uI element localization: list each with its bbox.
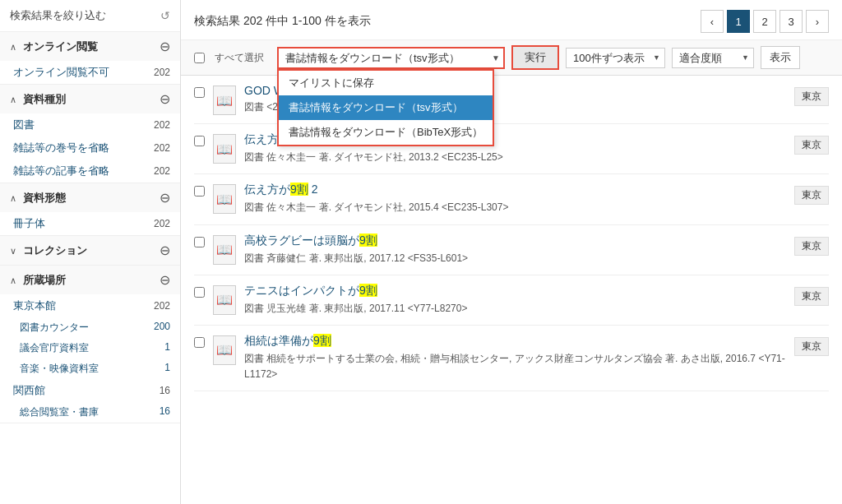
- menu-item-tsv[interactable]: 書誌情報をダウンロード（tsv形式）: [279, 95, 493, 120]
- item-label: オンライン閲覧不可: [13, 65, 109, 80]
- result-checkbox[interactable]: [194, 337, 205, 348]
- result-checkbox[interactable]: [194, 87, 205, 98]
- sidebar-item-music-room[interactable]: 音楽・映像資料室 1: [0, 358, 180, 379]
- sidebar-item-general-room[interactable]: 総合閲覧室・書庫 16: [0, 402, 180, 423]
- table-row: 📖 テニスはインパクトが9割 図書 児玉光雄 著. 東邦出版, 2017.11 …: [194, 275, 829, 326]
- sidebar-section-header-material[interactable]: ∧ 資料種別 ⊖: [0, 85, 180, 113]
- result-location: 東京: [794, 337, 829, 356]
- result-title-link[interactable]: 高校ラグビーは頭脳が9割: [244, 234, 377, 247]
- item-label: 雑誌等の巻号を省略: [13, 141, 109, 155]
- item-label: 総合閲覧室・書庫: [20, 405, 99, 419]
- result-location: 東京: [794, 87, 829, 106]
- item-label: 雑誌等の記事を省略: [13, 164, 109, 178]
- highlight-text: 9割: [290, 183, 308, 196]
- sort-select-wrapper: 適合度順: [672, 48, 754, 68]
- table-row: 📖 相続は準備が9割 図書 相続をサポートする士業の会, 相続・贈与相談センター…: [194, 326, 829, 391]
- item-label: 関西館: [13, 383, 45, 398]
- book-icon: 📖: [213, 235, 236, 265]
- page-next-button[interactable]: ›: [806, 10, 829, 33]
- book-icon: 📖: [213, 285, 236, 315]
- sidebar-item-gov-room[interactable]: 議会官庁資料室 1: [0, 338, 180, 358]
- action-select[interactable]: マイリストに保存 書誌情報をダウンロード（tsv形式） 書誌情報をダウンロード（…: [277, 47, 505, 69]
- sidebar-item-books[interactable]: 図書 202: [0, 113, 180, 136]
- result-title-link[interactable]: テニスはインパクトが9割: [244, 284, 377, 297]
- exec-button[interactable]: 実行: [511, 45, 559, 70]
- page-3-button[interactable]: 3: [780, 10, 803, 33]
- result-location: 東京: [794, 186, 829, 205]
- menu-item-bibtex[interactable]: 書誌情報をダウンロード（BibTeX形式）: [279, 120, 493, 145]
- result-checkbox[interactable]: [194, 136, 205, 146]
- sidebar-section-location: ∧ 所蔵場所 ⊖ 東京本館 202 図書カウンター 200 議会官庁資料室 1 …: [0, 266, 180, 423]
- item-count: 1: [164, 362, 170, 376]
- count-select[interactable]: 100件ずつ表示: [566, 48, 665, 68]
- menu-item-mylist[interactable]: マイリストに保存: [279, 71, 493, 95]
- result-meta: 図書 斉藤健仁 著. 東邦出版, 2017.12 <FS35-L601>: [244, 251, 786, 266]
- action-dropdown-container: マイリストに保存 書誌情報をダウンロード（tsv形式） 書誌情報をダウンロード（…: [277, 47, 505, 69]
- highlight-text: 9割: [359, 284, 377, 297]
- collapse-icon-location[interactable]: ⊖: [160, 272, 170, 288]
- sidebar-section-header-online[interactable]: ∧ オンライン閲覧 ⊖: [0, 32, 180, 61]
- sidebar-item-magazine-vol[interactable]: 雑誌等の巻号を省略 202: [0, 136, 180, 160]
- item-count: 202: [154, 119, 170, 131]
- book-icon: 📖: [213, 184, 236, 214]
- sidebar-item-kansai[interactable]: 関西館 16: [0, 379, 180, 402]
- collapse-icon-material[interactable]: ⊖: [160, 91, 170, 107]
- book-icon: 📖: [213, 335, 236, 365]
- item-label: 図書: [13, 118, 35, 132]
- item-label: 議会官庁資料室: [20, 341, 89, 355]
- sidebar: 検索結果を絞り込む ↺ ∧ オンライン閲覧 ⊖ オンライン閲覧不可 202 ∧ …: [0, 0, 181, 504]
- collapse-icon-collection[interactable]: ⊖: [160, 243, 170, 258]
- page-prev-button[interactable]: ‹: [701, 10, 724, 33]
- pagination-top: ‹ 1 2 3 ›: [701, 10, 829, 33]
- main-content: 検索結果 202 件中 1-100 件を表示 ‹ 1 2 3 › すべて選択 マ…: [181, 0, 842, 504]
- result-meta: 図書 児玉光雄 著. 東邦出版, 2017.11 <Y77-L8270>: [244, 301, 786, 317]
- arrow-icon: ∧: [10, 275, 16, 285]
- result-checkbox[interactable]: [194, 237, 205, 247]
- collapse-icon-online[interactable]: ⊖: [160, 39, 170, 54]
- item-label: 図書カウンター: [20, 321, 89, 335]
- sidebar-item-magazine-article[interactable]: 雑誌等の記事を省略 202: [0, 160, 180, 183]
- sidebar-section-header-location[interactable]: ∧ 所蔵場所 ⊖: [0, 266, 180, 294]
- result-meta: 図書 佐々木圭一 著. ダイヤモンド社, 2013.2 <EC235-L25>: [244, 150, 786, 165]
- result-checkbox[interactable]: [194, 287, 205, 298]
- result-meta: 図書 相続をサポートする士業の会, 相続・贈与相談センター, アックス財産コンサ…: [244, 351, 786, 382]
- sort-select[interactable]: 適合度順: [672, 48, 754, 68]
- select-all-checkbox[interactable]: [194, 53, 205, 63]
- item-label: 冊子体: [13, 216, 45, 231]
- sidebar-item-book-counter[interactable]: 図書カウンター 200: [0, 317, 180, 338]
- result-meta: 図書 佐々木圭一 著. ダイヤモンド社, 2015.4 <EC235-L307>: [244, 200, 786, 215]
- section-title-material: 資料種別: [23, 93, 66, 105]
- page-2-button[interactable]: 2: [753, 10, 776, 33]
- main-header: 検索結果 202 件中 1-100 件を表示 ‹ 1 2 3 ›: [181, 0, 842, 40]
- arrow-icon: ∧: [10, 95, 16, 104]
- sidebar-section-material: ∧ 資料種別 ⊖ 図書 202 雑誌等の巻号を省略 202 雑誌等の記事を省略 …: [0, 85, 180, 183]
- refresh-icon[interactable]: ↺: [160, 9, 170, 22]
- display-button[interactable]: 表示: [761, 46, 800, 69]
- book-icon: 📖: [213, 134, 236, 164]
- result-title-link[interactable]: 相続は準備が9割: [244, 334, 331, 347]
- highlight-text: 9割: [359, 234, 377, 247]
- sidebar-section-header-format[interactable]: ∧ 資料形態 ⊖: [0, 183, 180, 212]
- book-icon: 📖: [213, 86, 236, 115]
- page-1-button[interactable]: 1: [727, 10, 750, 33]
- item-count: 1: [164, 341, 170, 355]
- search-result-title: 検索結果 202 件中 1-100 件を表示: [194, 14, 371, 29]
- sidebar-section-header-collection[interactable]: ∨ コレクション ⊖: [0, 236, 180, 265]
- sidebar-item-tokyo[interactable]: 東京本館 202: [0, 294, 180, 317]
- sidebar-section-online: ∧ オンライン閲覧 ⊖ オンライン閲覧不可 202: [0, 32, 180, 85]
- count-select-wrapper: 100件ずつ表示: [566, 48, 665, 68]
- item-label: 東京本館: [13, 298, 56, 313]
- sidebar-item-printed[interactable]: 冊子体 202: [0, 212, 180, 235]
- sidebar-item-online-not-available[interactable]: オンライン閲覧不可 202: [0, 61, 180, 84]
- highlight-text: 9割: [313, 334, 331, 347]
- select-all-label: すべて選択: [215, 51, 264, 65]
- collapse-icon-format[interactable]: ⊖: [160, 190, 170, 206]
- table-row: 📖 伝え方が9割 2 図書 佐々木圭一 著. ダイヤモンド社, 2015.4 <…: [194, 174, 829, 224]
- result-info: 相続は準備が9割 図書 相続をサポートする士業の会, 相続・贈与相談センター, …: [244, 334, 786, 382]
- result-title-link[interactable]: 伝え方が9割 2: [244, 183, 317, 196]
- toolbar: すべて選択 マイリストに保存 書誌情報をダウンロード（tsv形式） 書誌情報をダ…: [181, 40, 842, 76]
- item-count: 200: [154, 321, 170, 335]
- arrow-icon: ∧: [10, 193, 16, 203]
- section-title-collection: コレクション: [23, 244, 87, 257]
- result-checkbox[interactable]: [194, 186, 205, 197]
